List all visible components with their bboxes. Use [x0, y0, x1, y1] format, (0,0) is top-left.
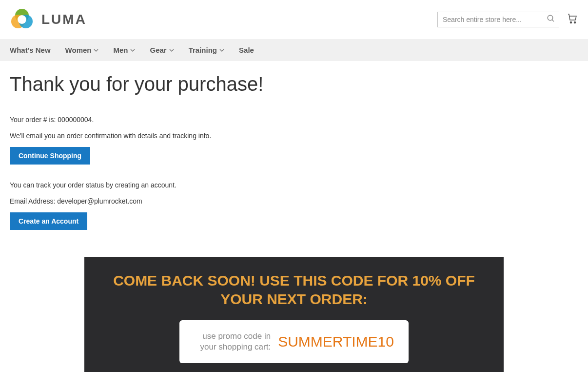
email-address-text: Email Address: developer@plumrocket.com [10, 196, 578, 207]
svg-point-4 [548, 15, 553, 21]
order-number-text: Your order # is: 000000004. [10, 115, 578, 125]
page-title: Thank you for your purchase! [10, 73, 578, 95]
promo-code-box: use promo code in your shopping cart: SU… [179, 320, 409, 363]
svg-point-6 [570, 22, 572, 23]
promo-heading: COME BACK SOON! USE THIS CODE FOR 10% OF… [104, 271, 484, 308]
nav-label: Training [189, 46, 217, 54]
nav-women[interactable]: Women [65, 39, 99, 61]
nav-whats-new[interactable]: What's New [10, 39, 51, 61]
page-header: LUMA [0, 0, 588, 39]
promo-label: use promo code in your shopping cart: [194, 331, 271, 352]
promo-code: SUMMERTIME10 [278, 333, 394, 350]
email-confirmation-text: We'll email you an order confirmation wi… [10, 131, 578, 141]
nav-label: Sale [239, 46, 254, 54]
chevron-down-icon [94, 46, 98, 54]
logo[interactable]: LUMA [10, 7, 87, 32]
nav-gear[interactable]: Gear [150, 39, 174, 61]
header-actions [437, 12, 578, 27]
search-box [437, 12, 559, 27]
main-nav: What's New Women Men Gear Training Sale [0, 39, 588, 61]
continue-shopping-button[interactable]: Continue Shopping [10, 147, 90, 165]
svg-line-5 [552, 20, 554, 21]
chevron-down-icon [219, 46, 224, 54]
track-order-text: You can track your order status by creat… [10, 180, 578, 190]
svg-point-3 [18, 15, 26, 24]
nav-label: Women [65, 46, 92, 54]
svg-point-7 [574, 22, 576, 23]
nav-label: What's New [10, 46, 51, 54]
chevron-down-icon [130, 46, 135, 54]
search-icon[interactable] [547, 14, 555, 25]
search-input[interactable] [437, 12, 559, 27]
nav-label: Men [113, 46, 128, 54]
nav-men[interactable]: Men [113, 39, 135, 61]
logo-icon [10, 7, 34, 32]
nav-label: Gear [150, 46, 166, 54]
brand-name: LUMA [41, 12, 87, 27]
nav-training[interactable]: Training [189, 39, 224, 61]
main-content: Thank you for your purchase! Your order … [0, 61, 588, 372]
promo-banner: COME BACK SOON! USE THIS CODE FOR 10% OF… [84, 257, 504, 372]
cart-icon[interactable] [567, 13, 578, 26]
create-account-button[interactable]: Create an Account [10, 212, 87, 230]
chevron-down-icon [169, 46, 174, 54]
nav-sale[interactable]: Sale [239, 39, 254, 61]
